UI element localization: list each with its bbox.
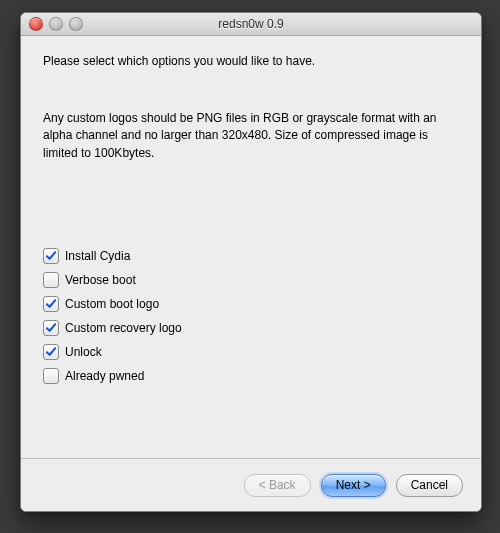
footer: < Back Next > Cancel xyxy=(21,458,481,511)
option-row[interactable]: Verbose boot xyxy=(43,268,459,292)
option-row[interactable]: Custom boot logo xyxy=(43,292,459,316)
options-list: Install CydiaVerbose bootCustom boot log… xyxy=(43,244,459,388)
checkbox[interactable] xyxy=(43,248,59,264)
checkbox[interactable] xyxy=(43,320,59,336)
option-label: Custom boot logo xyxy=(65,297,159,311)
content-area: Please select which options you would li… xyxy=(21,36,481,388)
option-label: Unlock xyxy=(65,345,102,359)
zoom-icon[interactable] xyxy=(69,17,83,31)
option-row[interactable]: Unlock xyxy=(43,340,459,364)
checkbox[interactable] xyxy=(43,344,59,360)
option-label: Verbose boot xyxy=(65,273,136,287)
next-button[interactable]: Next > xyxy=(321,474,386,497)
checkbox[interactable] xyxy=(43,296,59,312)
cancel-button[interactable]: Cancel xyxy=(396,474,463,497)
back-button: < Back xyxy=(244,474,311,497)
window-controls xyxy=(29,17,83,31)
option-row[interactable]: Install Cydia xyxy=(43,244,459,268)
option-label: Already pwned xyxy=(65,369,144,383)
app-window: redsn0w 0.9 Please select which options … xyxy=(20,12,482,512)
checkbox[interactable] xyxy=(43,368,59,384)
option-row[interactable]: Already pwned xyxy=(43,364,459,388)
instructions-text: Any custom logos should be PNG files in … xyxy=(43,110,459,162)
titlebar: redsn0w 0.9 xyxy=(21,13,481,36)
option-row[interactable]: Custom recovery logo xyxy=(43,316,459,340)
window-title: redsn0w 0.9 xyxy=(218,17,283,31)
option-label: Custom recovery logo xyxy=(65,321,182,335)
page-heading: Please select which options you would li… xyxy=(43,54,459,68)
minimize-icon[interactable] xyxy=(49,17,63,31)
checkbox[interactable] xyxy=(43,272,59,288)
close-icon[interactable] xyxy=(29,17,43,31)
option-label: Install Cydia xyxy=(65,249,130,263)
